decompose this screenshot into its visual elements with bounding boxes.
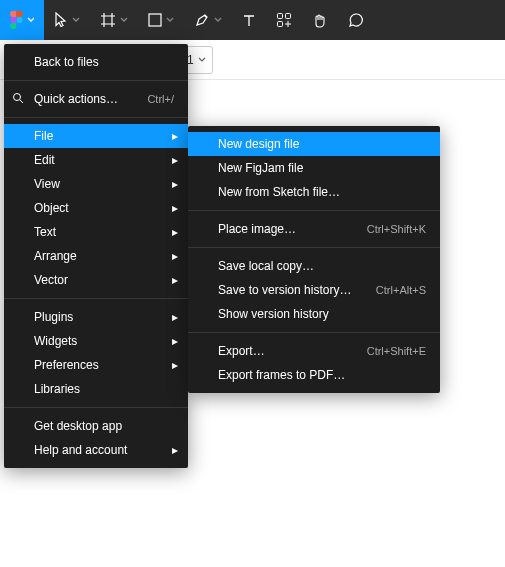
chevron-right-icon: ▸ [172,201,178,215]
menu-libraries[interactable]: Libraries [4,377,188,401]
rectangle-icon [148,13,162,27]
svg-rect-4 [278,22,283,27]
menu-separator [188,332,440,333]
svg-point-0 [16,17,22,23]
menu-arrange[interactable]: Arrange ▸ [4,244,188,268]
shape-tool-button[interactable] [138,0,184,40]
menu-new-figjam-file[interactable]: New FigJam file [188,156,440,180]
menu-preferences[interactable]: Preferences ▸ [4,353,188,377]
menu-edit[interactable]: Edit ▸ [4,148,188,172]
svg-point-5 [14,93,21,100]
menu-separator [188,210,440,211]
menu-back-to-files[interactable]: Back to files [4,50,188,74]
menu-separator [4,298,188,299]
svg-rect-1 [149,14,161,26]
pen-icon [194,12,210,28]
menu-vector[interactable]: Vector ▸ [4,268,188,292]
menu-separator [4,80,188,81]
menu-widgets[interactable]: Widgets ▸ [4,329,188,353]
chevron-right-icon: ▸ [172,249,178,263]
hand-icon [312,12,328,28]
chevron-right-icon: ▸ [172,225,178,239]
chevron-right-icon: ▸ [172,358,178,372]
resources-button[interactable] [266,0,302,40]
chevron-right-icon: ▸ [172,129,178,143]
menu-desktop-app[interactable]: Get desktop app [4,414,188,438]
text-icon [242,13,256,27]
chevron-down-icon [198,57,206,63]
menu-show-version-history[interactable]: Show version history [188,302,440,326]
menu-new-from-sketch[interactable]: New from Sketch file… [188,180,440,204]
menu-place-image[interactable]: Place image… Ctrl+Shift+K [188,217,440,241]
pen-tool-button[interactable] [184,0,232,40]
frame-tool-button[interactable] [90,0,138,40]
chevron-down-icon [166,17,174,23]
figma-logo-icon [10,10,23,30]
menu-help[interactable]: Help and account ▸ [4,438,188,462]
chevron-right-icon: ▸ [172,177,178,191]
menu-quick-actions[interactable]: Quick actions… Ctrl+/ [4,87,188,111]
frame-icon [100,12,116,28]
hand-tool-button[interactable] [302,0,338,40]
chevron-down-icon [27,17,34,23]
menu-view[interactable]: View ▸ [4,172,188,196]
menu-text[interactable]: Text ▸ [4,220,188,244]
svg-rect-3 [286,14,291,19]
resources-icon [276,12,292,28]
top-toolbar [0,0,505,40]
chevron-right-icon: ▸ [172,443,178,457]
text-tool-button[interactable] [232,0,266,40]
menu-separator [4,117,188,118]
chevron-right-icon: ▸ [172,310,178,324]
comment-tool-button[interactable] [338,0,374,40]
comment-icon [348,12,364,28]
chevron-down-icon [120,17,128,23]
menu-new-design-file[interactable]: New design file [188,132,440,156]
search-icon [12,92,24,107]
menu-save-version-history[interactable]: Save to version history… Ctrl+Alt+S [188,278,440,302]
chevron-right-icon: ▸ [172,273,178,287]
menu-separator [188,247,440,248]
file-submenu: New design file New FigJam file New from… [188,126,440,393]
chevron-right-icon: ▸ [172,334,178,348]
menu-plugins[interactable]: Plugins ▸ [4,305,188,329]
figma-menu-button[interactable] [0,0,44,40]
menu-save-local-copy[interactable]: Save local copy… [188,254,440,278]
menu-export-pdf[interactable]: Export frames to PDF… [188,363,440,387]
chevron-right-icon: ▸ [172,153,178,167]
main-menu: Back to files Quick actions… Ctrl+/ File… [4,44,188,468]
chevron-down-icon [72,17,80,23]
menu-export[interactable]: Export… Ctrl+Shift+E [188,339,440,363]
cursor-icon [54,12,68,28]
menu-separator [4,407,188,408]
menu-file[interactable]: File ▸ [4,124,188,148]
move-tool-button[interactable] [44,0,90,40]
menu-object[interactable]: Object ▸ [4,196,188,220]
svg-rect-2 [278,14,283,19]
chevron-down-icon [214,17,222,23]
layer-label: 1 [187,53,194,67]
